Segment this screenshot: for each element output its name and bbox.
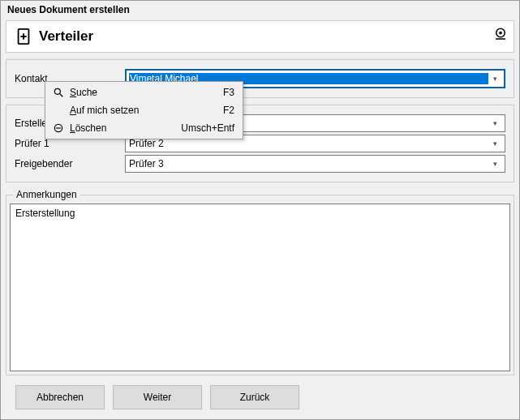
menu-assign-me[interactable]: Auf mich setzen F2 (47, 101, 241, 119)
back-button[interactable]: Zurück (210, 385, 299, 409)
menu-assign-label: Auf mich setzen (67, 105, 223, 116)
svg-line-7 (60, 94, 63, 97)
next-button[interactable]: Weiter (113, 385, 202, 409)
chevron-down-icon[interactable]: ▾ (488, 139, 501, 148)
menu-search-shortcut: F3 (223, 87, 234, 98)
help-icon[interactable] (492, 26, 509, 42)
window-title: Neues Dokument erstellen (1, 1, 519, 19)
contact-group: Kontakt Vimetal Michael ▾ Suche F3 Au (6, 59, 514, 98)
chevron-down-icon[interactable]: ▾ (488, 119, 501, 127)
context-menu: Suche F3 Auf mich setzen F2 Löschen Umsc… (45, 81, 243, 139)
notes-legend: Anmerkungen (13, 189, 80, 200)
cancel-button[interactable]: Abbrechen (15, 385, 105, 409)
chevron-down-icon[interactable]: ▾ (488, 160, 501, 168)
svg-point-4 (499, 32, 502, 35)
dialog-window: Neues Dokument erstellen Verteiler Konta… (0, 0, 520, 420)
button-row: Abbrechen Weiter Zurück (6, 382, 514, 414)
reviewer1-value: Prüfer 2 (129, 138, 488, 149)
header-panel: Verteiler (6, 20, 514, 53)
menu-delete[interactable]: Löschen Umsch+Entf (47, 119, 241, 137)
approver-label: Freigebender (15, 158, 125, 169)
menu-assign-shortcut: F2 (223, 105, 234, 116)
menu-search-label: Suche (67, 87, 223, 98)
reviewer1-label: Prüfer 1 (15, 138, 125, 149)
add-document-icon (15, 28, 32, 45)
menu-delete-shortcut: Umsch+Entf (181, 122, 234, 134)
svg-point-6 (54, 88, 60, 94)
approver-value: Prüfer 3 (129, 158, 488, 169)
menu-search[interactable]: Suche F3 (47, 84, 241, 101)
chevron-down-icon[interactable]: ▾ (488, 75, 501, 83)
page-title: Verteiler (39, 28, 93, 45)
approver-combobox[interactable]: Prüfer 3 ▾ (125, 155, 505, 173)
notes-group: Anmerkungen Ersterstellung (6, 189, 514, 375)
delete-icon (50, 122, 67, 134)
menu-delete-label: Löschen (67, 122, 181, 134)
notes-textarea[interactable]: Ersterstellung (10, 204, 510, 371)
search-icon (50, 87, 67, 98)
